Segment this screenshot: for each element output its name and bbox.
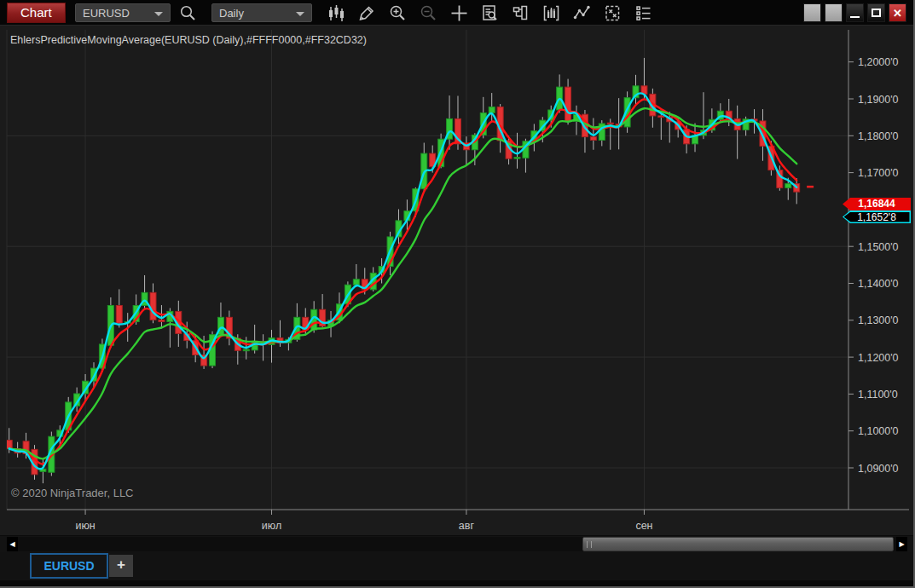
chart-window: Chart EURUSD Daily (0, 0, 915, 588)
y-axis: 1,2000'01,1900'01,1800'01,1700'01,1600'0… (848, 56, 899, 474)
chart-trader-button[interactable] (541, 3, 561, 23)
x-axis: июниюлавгсен (75, 510, 652, 532)
y-axis-label: 1,1900'0 (858, 94, 899, 106)
zoom-in-button[interactable] (388, 3, 408, 23)
scroll-left-button[interactable]: ◀ (7, 537, 18, 551)
candle (607, 123, 613, 124)
x-axis-label: июн (75, 520, 95, 532)
fast-trigger-line (9, 93, 797, 469)
scrollbar-track[interactable] (18, 537, 896, 551)
zoom-in-icon (388, 3, 408, 23)
y-axis-label: 1,0900'0 (858, 463, 899, 475)
close-icon: ✕ (893, 7, 902, 20)
y-axis-label: 1,1500'0 (858, 241, 899, 253)
zoom-out-button[interactable] (419, 3, 438, 23)
minimize-button[interactable] (846, 3, 864, 22)
candle (150, 292, 156, 320)
x-axis-label: июл (262, 520, 281, 532)
close-button[interactable]: ✕ (889, 3, 906, 22)
y-axis-label: 1,2000'0 (858, 56, 899, 68)
minimize-icon (850, 16, 860, 18)
crosshair-icon (449, 3, 469, 23)
crosshair-button[interactable] (449, 3, 469, 23)
instrument-value: EURUSD (83, 7, 130, 20)
search-icon (178, 3, 197, 22)
drawing-tools-icon (357, 3, 377, 23)
scroll-right-button[interactable]: ▶ (896, 537, 907, 551)
plot-content (6, 58, 814, 483)
chevron-down-icon (296, 12, 304, 16)
x-axis-label: сен (635, 520, 652, 532)
y-axis-label: 1,1300'0 (858, 314, 899, 326)
window-title: Chart (7, 3, 66, 23)
y-axis-label: 1,1100'0 (858, 389, 898, 401)
scrollbar-thumb[interactable] (582, 537, 894, 551)
candle (785, 184, 791, 188)
chart-style-icon (327, 3, 346, 23)
price-marker-cyan: 1,1652'8 (843, 210, 911, 223)
last-price-dash (807, 186, 814, 188)
chart-area: 1,2000'01,1900'01,1800'01,1700'01,1600'0… (0, 26, 915, 535)
add-tab-button[interactable]: + (109, 555, 133, 577)
titlebar[interactable]: Chart EURUSD Daily (0, 0, 913, 26)
price-chart[interactable]: 1,2000'01,1900'01,1800'01,1700'01,1600'0… (0, 26, 915, 535)
chart-panel-button[interactable] (511, 3, 530, 23)
gridlines (7, 30, 848, 510)
price-marker-red: 1,16844 (843, 198, 911, 210)
drawing-tools-button[interactable] (357, 3, 377, 23)
chart-trader-icon (541, 3, 561, 23)
candle (565, 87, 571, 121)
properties-button[interactable] (634, 3, 653, 23)
candle (489, 107, 495, 113)
tabbar-strip (0, 580, 915, 588)
window-extra-button-1[interactable] (803, 3, 821, 22)
chevron-down-icon (154, 12, 163, 16)
instrument-selector[interactable]: EURUSD (75, 3, 171, 22)
copyright-text: © 2020 NinjaTrader, LLC (11, 487, 134, 499)
candle (353, 280, 359, 285)
zoom-out-icon (419, 3, 438, 23)
candle (243, 349, 249, 351)
data-box-button[interactable] (480, 3, 500, 23)
period-selector[interactable]: Daily (211, 3, 312, 22)
tab-eurusd[interactable]: EURUSD (30, 553, 108, 579)
y-axis-label: 1,1200'0 (858, 352, 899, 364)
window-buttons: ✕ (803, 3, 906, 22)
data-box-icon (480, 3, 500, 23)
candle (6, 441, 12, 449)
strategies-button[interactable] (603, 3, 623, 23)
candle (658, 116, 664, 118)
instrument-search-button[interactable] (177, 3, 198, 23)
chart-panel-icon (511, 3, 530, 23)
chart-toolbar (327, 3, 653, 23)
candle (590, 137, 596, 141)
strategies-icon (603, 3, 623, 23)
properties-icon (634, 3, 653, 23)
x-axis-label: авг (459, 520, 475, 532)
period-value: Daily (219, 7, 244, 20)
maximize-icon (872, 9, 881, 17)
indicator-label[interactable]: EhlersPredictiveMovingAverage(EURUSD (Da… (10, 34, 367, 46)
y-axis-label: 1,1000'0 (858, 425, 899, 437)
chart-style-button[interactable] (327, 3, 346, 23)
candle (116, 305, 122, 323)
candle (159, 320, 165, 321)
tab-bar: EURUSD + (0, 552, 915, 588)
candle (514, 157, 520, 159)
y-axis-label: 1,1700'0 (858, 167, 899, 179)
predict-line (9, 99, 797, 464)
y-axis-label: 1,1800'0 (858, 130, 899, 142)
horizontal-scrollbar: ◀ ▶ (0, 536, 915, 552)
maximize-button[interactable] (867, 3, 885, 22)
indicators-button[interactable] (572, 3, 592, 23)
window-extra-button-2[interactable] (825, 3, 843, 22)
indicators-icon (572, 3, 592, 23)
scrollbar-grip (587, 541, 592, 548)
slow-trigger-line (9, 108, 797, 458)
y-axis-label: 1,1400'0 (858, 278, 899, 290)
